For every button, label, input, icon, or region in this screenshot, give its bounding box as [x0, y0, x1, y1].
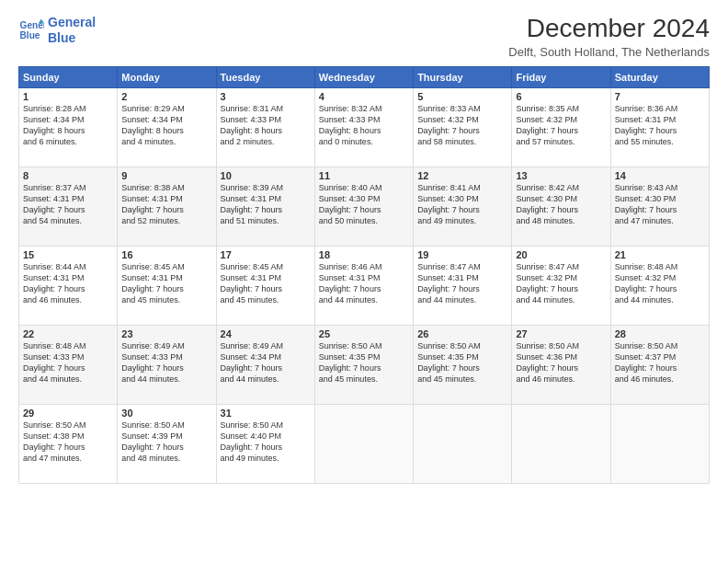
day-number: 15	[23, 249, 113, 260]
calendar-cell: 19Sunrise: 8:47 AMSunset: 4:31 PMDayligh…	[414, 246, 512, 325]
calendar-cell: 1Sunrise: 8:28 AMSunset: 4:34 PMDaylight…	[19, 87, 118, 167]
cell-info: Sunrise: 8:50 AMSunset: 4:37 PMDaylight:…	[615, 341, 678, 384]
day-number: 17	[221, 249, 311, 260]
day-number: 13	[516, 170, 606, 181]
day-number: 14	[615, 170, 705, 181]
calendar-week-1: 1Sunrise: 8:28 AMSunset: 4:34 PMDaylight…	[19, 87, 710, 167]
cell-info: Sunrise: 8:45 AMSunset: 4:31 PMDaylight:…	[121, 262, 185, 304]
logo-line2: Blue	[48, 30, 96, 46]
calendar-cell: 31Sunrise: 8:50 AMSunset: 4:40 PMDayligh…	[216, 404, 314, 483]
cell-info: Sunrise: 8:50 AMSunset: 4:36 PMDaylight:…	[516, 341, 579, 384]
cell-info: Sunrise: 8:50 AMSunset: 4:35 PMDaylight:…	[417, 341, 481, 384]
calendar-cell: 5Sunrise: 8:33 AMSunset: 4:32 PMDaylight…	[414, 87, 512, 167]
day-number: 8	[23, 170, 113, 181]
calendar-header-friday: Friday	[512, 66, 610, 87]
calendar-cell: 9Sunrise: 8:38 AMSunset: 4:31 PMDaylight…	[118, 167, 216, 246]
cell-info: Sunrise: 8:50 AMSunset: 4:39 PMDaylight:…	[121, 420, 185, 463]
day-number: 12	[417, 170, 507, 181]
calendar-cell: 2Sunrise: 8:29 AMSunset: 4:34 PMDaylight…	[118, 87, 216, 167]
day-number: 24	[221, 328, 311, 339]
cell-info: Sunrise: 8:41 AMSunset: 4:30 PMDaylight:…	[417, 183, 481, 225]
calendar-cell: 8Sunrise: 8:37 AMSunset: 4:31 PMDaylight…	[19, 167, 118, 246]
day-number: 18	[319, 249, 409, 260]
cell-info: Sunrise: 8:33 AMSunset: 4:32 PMDaylight:…	[417, 104, 481, 146]
calendar-cell	[610, 404, 709, 483]
cell-info: Sunrise: 8:37 AMSunset: 4:31 PMDaylight:…	[23, 183, 86, 225]
day-number: 26	[417, 328, 507, 339]
subtitle: Delft, South Holland, The Netherlands	[508, 45, 710, 59]
calendar-cell: 24Sunrise: 8:49 AMSunset: 4:34 PMDayligh…	[216, 325, 314, 404]
day-number: 22	[23, 328, 113, 339]
cell-info: Sunrise: 8:47 AMSunset: 4:32 PMDaylight:…	[516, 262, 579, 304]
calendar-cell	[314, 404, 413, 483]
day-number: 30	[121, 408, 211, 419]
calendar-cell	[414, 404, 512, 483]
day-number: 29	[23, 408, 113, 419]
calendar-header-tuesday: Tuesday	[216, 66, 314, 87]
calendar-cell: 13Sunrise: 8:42 AMSunset: 4:30 PMDayligh…	[512, 167, 610, 246]
cell-info: Sunrise: 8:45 AMSunset: 4:31 PMDaylight:…	[221, 262, 284, 304]
day-number: 28	[615, 328, 705, 339]
calendar-cell: 23Sunrise: 8:49 AMSunset: 4:33 PMDayligh…	[118, 325, 216, 404]
calendar-week-2: 8Sunrise: 8:37 AMSunset: 4:31 PMDaylight…	[19, 167, 710, 246]
day-number: 1	[23, 91, 113, 102]
cell-info: Sunrise: 8:35 AMSunset: 4:32 PMDaylight:…	[516, 104, 579, 146]
day-number: 20	[516, 249, 606, 260]
calendar-header-sunday: Sunday	[19, 66, 118, 87]
calendar-cell: 30Sunrise: 8:50 AMSunset: 4:39 PMDayligh…	[118, 404, 216, 483]
title-block: December 2024 Delft, South Holland, The …	[508, 15, 710, 59]
calendar-cell: 12Sunrise: 8:41 AMSunset: 4:30 PMDayligh…	[414, 167, 512, 246]
day-number: 27	[516, 328, 606, 339]
day-number: 2	[121, 91, 211, 102]
calendar-cell: 20Sunrise: 8:47 AMSunset: 4:32 PMDayligh…	[512, 246, 610, 325]
cell-info: Sunrise: 8:40 AMSunset: 4:30 PMDaylight:…	[319, 183, 382, 225]
calendar-cell: 28Sunrise: 8:50 AMSunset: 4:37 PMDayligh…	[610, 325, 709, 404]
cell-info: Sunrise: 8:36 AMSunset: 4:31 PMDaylight:…	[615, 104, 678, 146]
day-number: 11	[319, 170, 409, 181]
day-number: 25	[319, 328, 409, 339]
calendar-week-5: 29Sunrise: 8:50 AMSunset: 4:38 PMDayligh…	[19, 404, 710, 483]
cell-info: Sunrise: 8:50 AMSunset: 4:40 PMDaylight:…	[221, 420, 284, 463]
header: General Blue General Blue December 2024 …	[18, 15, 710, 59]
logo-icon: General Blue	[18, 17, 44, 43]
cell-info: Sunrise: 8:38 AMSunset: 4:31 PMDaylight:…	[121, 183, 185, 225]
day-number: 10	[221, 170, 311, 181]
day-number: 7	[615, 91, 705, 102]
cell-info: Sunrise: 8:48 AMSunset: 4:32 PMDaylight:…	[615, 262, 678, 304]
main-title: December 2024	[508, 15, 710, 43]
calendar-cell: 26Sunrise: 8:50 AMSunset: 4:35 PMDayligh…	[414, 325, 512, 404]
calendar-cell: 6Sunrise: 8:35 AMSunset: 4:32 PMDaylight…	[512, 87, 610, 167]
cell-info: Sunrise: 8:49 AMSunset: 4:34 PMDaylight:…	[221, 341, 284, 384]
day-number: 9	[121, 170, 211, 181]
day-number: 4	[319, 91, 409, 102]
cell-info: Sunrise: 8:48 AMSunset: 4:33 PMDaylight:…	[23, 341, 86, 384]
cell-info: Sunrise: 8:44 AMSunset: 4:31 PMDaylight:…	[23, 262, 86, 304]
cell-info: Sunrise: 8:39 AMSunset: 4:31 PMDaylight:…	[221, 183, 284, 225]
calendar-header-wednesday: Wednesday	[314, 66, 413, 87]
cell-info: Sunrise: 8:46 AMSunset: 4:31 PMDaylight:…	[319, 262, 382, 304]
day-number: 3	[221, 91, 311, 102]
calendar-cell: 18Sunrise: 8:46 AMSunset: 4:31 PMDayligh…	[314, 246, 413, 325]
calendar-cell: 29Sunrise: 8:50 AMSunset: 4:38 PMDayligh…	[19, 404, 118, 483]
day-number: 6	[516, 91, 606, 102]
calendar-cell: 3Sunrise: 8:31 AMSunset: 4:33 PMDaylight…	[216, 87, 314, 167]
day-number: 19	[417, 249, 507, 260]
cell-info: Sunrise: 8:42 AMSunset: 4:30 PMDaylight:…	[516, 183, 579, 225]
calendar-cell	[512, 404, 610, 483]
day-number: 5	[417, 91, 507, 102]
cell-info: Sunrise: 8:50 AMSunset: 4:38 PMDaylight:…	[23, 420, 86, 463]
cell-info: Sunrise: 8:31 AMSunset: 4:33 PMDaylight:…	[221, 104, 284, 146]
logo-line1: General	[48, 15, 96, 30]
calendar-cell: 22Sunrise: 8:48 AMSunset: 4:33 PMDayligh…	[19, 325, 118, 404]
day-number: 21	[615, 249, 705, 260]
calendar-header-thursday: Thursday	[414, 66, 512, 87]
day-number: 16	[121, 249, 211, 260]
calendar-cell: 7Sunrise: 8:36 AMSunset: 4:31 PMDaylight…	[610, 87, 709, 167]
logo-text: General Blue	[48, 15, 96, 46]
svg-text:Blue: Blue	[20, 30, 40, 40]
cell-info: Sunrise: 8:50 AMSunset: 4:35 PMDaylight:…	[319, 341, 382, 384]
calendar-cell: 14Sunrise: 8:43 AMSunset: 4:30 PMDayligh…	[610, 167, 709, 246]
calendar-cell: 27Sunrise: 8:50 AMSunset: 4:36 PMDayligh…	[512, 325, 610, 404]
calendar-cell: 10Sunrise: 8:39 AMSunset: 4:31 PMDayligh…	[216, 167, 314, 246]
calendar-cell: 11Sunrise: 8:40 AMSunset: 4:30 PMDayligh…	[314, 167, 413, 246]
